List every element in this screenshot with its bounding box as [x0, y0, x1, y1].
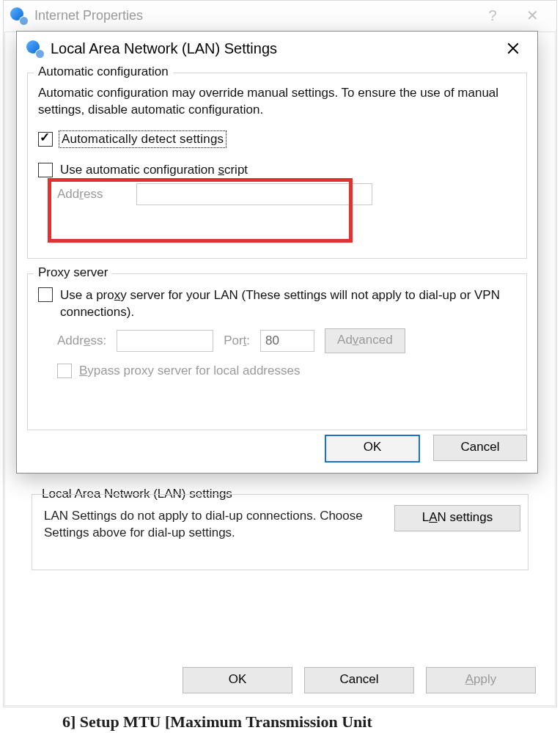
- proxy-port-label: Port:: [224, 334, 250, 348]
- proxy-bypass-row: Bypass proxy server for local addresses: [57, 364, 516, 378]
- proxy-advanced-button: Advanced: [325, 328, 405, 353]
- dialog-body: Automatic configuration Automatic config…: [27, 73, 527, 463]
- proxy-use-checkbox[interactable]: [38, 287, 53, 302]
- dialog-ok-button[interactable]: OK: [325, 435, 420, 463]
- proxy-address-label: Address:: [57, 334, 106, 348]
- auto-detect-checkbox[interactable]: [38, 132, 53, 147]
- lan-group-description: LAN Settings do not apply to dial-up con…: [44, 508, 369, 542]
- proxy-port-input: 80: [260, 330, 314, 352]
- dialog-title: Local Area Network (LAN) Settings: [51, 40, 277, 57]
- auto-script-row[interactable]: Use automatic configuration script: [38, 163, 516, 177]
- close-icon[interactable]: ✕: [512, 7, 552, 24]
- auto-script-checkbox[interactable]: [38, 163, 53, 177]
- dialog-titlebar: Local Area Network (LAN) Settings: [17, 32, 537, 65]
- auto-script-address-label: Address: [57, 187, 123, 202]
- help-icon[interactable]: ?: [473, 7, 512, 24]
- lan-settings-button[interactable]: LAN settings: [394, 505, 520, 531]
- parent-titlebar: Internet Properties ? ✕: [4, 1, 556, 30]
- auto-script-label: Use automatic configuration script: [60, 163, 248, 177]
- proxy-address-input: [117, 330, 213, 352]
- close-icon: [506, 42, 520, 55]
- internet-globe-icon: [10, 7, 27, 24]
- proxy-use-label: Use a proxy server for your LAN (These s…: [60, 287, 516, 321]
- lan-settings-dialog: Local Area Network (LAN) Settings Automa…: [16, 31, 538, 474]
- proxy-address-row: Address: Port: 80 Advanced: [57, 328, 516, 353]
- auto-script-address-row: Address: [57, 183, 516, 205]
- parent-button-row: OK Cancel Apply: [5, 667, 555, 696]
- dialog-close-button[interactable]: [496, 34, 530, 63]
- auto-script-address-input: [136, 183, 372, 205]
- dialog-cancel-button[interactable]: Cancel: [433, 435, 527, 461]
- auto-config-help: Automatic configuration may override man…: [38, 85, 516, 119]
- auto-detect-label: Automatically detect settings: [60, 132, 225, 147]
- parent-window-title: Internet Properties: [34, 8, 143, 23]
- parent-cancel-button[interactable]: Cancel: [304, 667, 414, 693]
- proxy-bypass-label: Bypass proxy server for local addresses: [79, 364, 300, 378]
- dialog-button-row: OK Cancel: [325, 435, 527, 463]
- parent-apply-button: Apply: [426, 667, 536, 693]
- proxy-legend: Proxy server: [34, 265, 112, 280]
- proxy-server-group: Proxy server Use a proxy server for your…: [27, 273, 527, 430]
- auto-detect-row[interactable]: Automatically detect settings: [38, 132, 516, 147]
- page-background-text: 6] Setup MTU [Maximum Transmission Unit: [62, 712, 372, 732]
- proxy-bypass-checkbox: [57, 364, 72, 378]
- lan-settings-group: LAN Settings do not apply to dial-up con…: [32, 494, 528, 570]
- auto-config-legend: Automatic configuration: [34, 65, 173, 79]
- proxy-use-row[interactable]: Use a proxy server for your LAN (These s…: [38, 287, 516, 321]
- internet-globe-icon: [26, 40, 43, 57]
- parent-ok-button[interactable]: OK: [183, 667, 292, 693]
- automatic-configuration-group: Automatic configuration Automatic config…: [27, 73, 527, 259]
